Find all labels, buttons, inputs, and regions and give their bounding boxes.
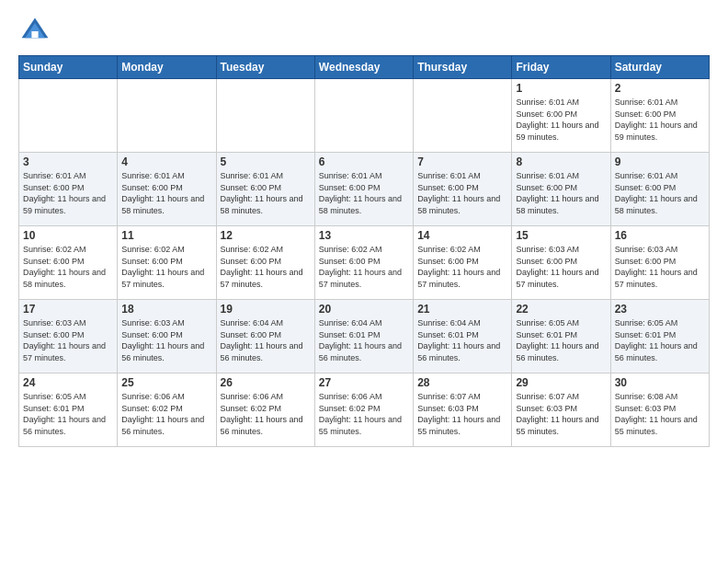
- day-number: 11: [121, 229, 211, 242]
- week-row-4: 17Sunrise: 6:03 AM Sunset: 6:00 PM Dayli…: [19, 300, 710, 373]
- week-row-2: 3Sunrise: 6:01 AM Sunset: 6:00 PM Daylig…: [19, 153, 710, 226]
- day-info: Sunrise: 6:01 AM Sunset: 6:00 PM Dayligh…: [615, 170, 705, 216]
- day-cell: 10Sunrise: 6:02 AM Sunset: 6:00 PM Dayli…: [19, 226, 118, 300]
- day-info: Sunrise: 6:03 AM Sunset: 6:00 PM Dayligh…: [615, 244, 705, 290]
- day-number: 19: [221, 303, 311, 316]
- day-info: Sunrise: 6:04 AM Sunset: 6:01 PM Dayligh…: [319, 317, 409, 363]
- day-cell: 22Sunrise: 6:05 AM Sunset: 6:01 PM Dayli…: [512, 300, 610, 373]
- day-number: 22: [516, 303, 606, 316]
- day-header-wednesday: Wednesday: [314, 56, 413, 79]
- day-cell: 2Sunrise: 6:01 AM Sunset: 6:00 PM Daylig…: [610, 79, 709, 153]
- day-number: 9: [615, 155, 705, 168]
- day-info: Sunrise: 6:02 AM Sunset: 6:00 PM Dayligh…: [23, 244, 113, 290]
- day-info: Sunrise: 6:03 AM Sunset: 6:00 PM Dayligh…: [121, 317, 211, 363]
- day-info: Sunrise: 6:08 AM Sunset: 6:03 PM Dayligh…: [615, 391, 705, 437]
- day-number: 27: [319, 376, 409, 389]
- day-cell: 29Sunrise: 6:07 AM Sunset: 6:03 PM Dayli…: [512, 373, 610, 447]
- day-cell: 3Sunrise: 6:01 AM Sunset: 6:00 PM Daylig…: [19, 153, 118, 226]
- day-info: Sunrise: 6:04 AM Sunset: 6:00 PM Dayligh…: [221, 317, 311, 363]
- day-cell: 9Sunrise: 6:01 AM Sunset: 6:00 PM Daylig…: [610, 153, 709, 226]
- day-number: 3: [23, 155, 113, 168]
- day-number: 21: [417, 303, 507, 316]
- week-row-1: 1Sunrise: 6:01 AM Sunset: 6:00 PM Daylig…: [19, 79, 710, 153]
- svg-rect-2: [31, 31, 38, 38]
- logo: [18, 15, 55, 48]
- day-cell: 26Sunrise: 6:06 AM Sunset: 6:02 PM Dayli…: [216, 373, 314, 447]
- day-cell: 28Sunrise: 6:07 AM Sunset: 6:03 PM Dayli…: [414, 373, 512, 447]
- day-header-thursday: Thursday: [414, 56, 512, 79]
- day-info: Sunrise: 6:01 AM Sunset: 6:00 PM Dayligh…: [516, 170, 606, 216]
- day-cell: 13Sunrise: 6:02 AM Sunset: 6:00 PM Dayli…: [314, 226, 413, 300]
- week-row-3: 10Sunrise: 6:02 AM Sunset: 6:00 PM Dayli…: [19, 226, 710, 300]
- day-number: 16: [615, 229, 705, 242]
- day-number: 6: [319, 155, 409, 168]
- day-number: 28: [417, 376, 507, 389]
- day-cell: [314, 79, 413, 153]
- day-info: Sunrise: 6:01 AM Sunset: 6:00 PM Dayligh…: [221, 170, 311, 216]
- day-cell: 17Sunrise: 6:03 AM Sunset: 6:00 PM Dayli…: [19, 300, 118, 373]
- logo-icon: [18, 15, 51, 48]
- day-info: Sunrise: 6:03 AM Sunset: 6:00 PM Dayligh…: [23, 317, 113, 363]
- page: SundayMondayTuesdayWednesdayThursdayFrid…: [0, 0, 728, 456]
- day-cell: 23Sunrise: 6:05 AM Sunset: 6:01 PM Dayli…: [610, 300, 709, 373]
- day-info: Sunrise: 6:06 AM Sunset: 6:02 PM Dayligh…: [221, 391, 311, 437]
- day-cell: 5Sunrise: 6:01 AM Sunset: 6:00 PM Daylig…: [216, 153, 314, 226]
- day-cell: 24Sunrise: 6:05 AM Sunset: 6:01 PM Dayli…: [19, 373, 118, 447]
- day-number: 20: [319, 303, 409, 316]
- day-info: Sunrise: 6:04 AM Sunset: 6:01 PM Dayligh…: [417, 317, 507, 363]
- day-cell: 12Sunrise: 6:02 AM Sunset: 6:00 PM Dayli…: [216, 226, 314, 300]
- day-number: 4: [121, 155, 211, 168]
- day-number: 17: [23, 303, 113, 316]
- day-info: Sunrise: 6:07 AM Sunset: 6:03 PM Dayligh…: [417, 391, 507, 437]
- day-cell: 1Sunrise: 6:01 AM Sunset: 6:00 PM Daylig…: [512, 79, 610, 153]
- header-row: SundayMondayTuesdayWednesdayThursdayFrid…: [19, 56, 710, 79]
- day-cell: 25Sunrise: 6:06 AM Sunset: 6:02 PM Dayli…: [118, 373, 216, 447]
- week-row-5: 24Sunrise: 6:05 AM Sunset: 6:01 PM Dayli…: [19, 373, 710, 447]
- day-number: 29: [516, 376, 606, 389]
- day-info: Sunrise: 6:01 AM Sunset: 6:00 PM Dayligh…: [516, 97, 606, 143]
- calendar-table: SundayMondayTuesdayWednesdayThursdayFrid…: [18, 55, 710, 447]
- day-info: Sunrise: 6:06 AM Sunset: 6:02 PM Dayligh…: [319, 391, 409, 437]
- day-cell: 8Sunrise: 6:01 AM Sunset: 6:00 PM Daylig…: [512, 153, 610, 226]
- day-info: Sunrise: 6:01 AM Sunset: 6:00 PM Dayligh…: [23, 170, 113, 216]
- day-info: Sunrise: 6:02 AM Sunset: 6:00 PM Dayligh…: [121, 244, 211, 290]
- day-number: 5: [221, 155, 311, 168]
- day-cell: [19, 79, 118, 153]
- day-number: 14: [417, 229, 507, 242]
- day-header-friday: Friday: [512, 56, 610, 79]
- day-cell: 4Sunrise: 6:01 AM Sunset: 6:00 PM Daylig…: [118, 153, 216, 226]
- day-number: 15: [516, 229, 606, 242]
- day-cell: 21Sunrise: 6:04 AM Sunset: 6:01 PM Dayli…: [414, 300, 512, 373]
- day-cell: 7Sunrise: 6:01 AM Sunset: 6:00 PM Daylig…: [414, 153, 512, 226]
- day-info: Sunrise: 6:01 AM Sunset: 6:00 PM Dayligh…: [121, 170, 211, 216]
- day-info: Sunrise: 6:02 AM Sunset: 6:00 PM Dayligh…: [221, 244, 311, 290]
- day-cell: 14Sunrise: 6:02 AM Sunset: 6:00 PM Dayli…: [414, 226, 512, 300]
- day-info: Sunrise: 6:06 AM Sunset: 6:02 PM Dayligh…: [121, 391, 211, 437]
- day-number: 2: [615, 82, 705, 95]
- day-number: 23: [615, 303, 705, 316]
- day-info: Sunrise: 6:03 AM Sunset: 6:00 PM Dayligh…: [516, 244, 606, 290]
- day-number: 18: [121, 303, 211, 316]
- day-cell: 20Sunrise: 6:04 AM Sunset: 6:01 PM Dayli…: [314, 300, 413, 373]
- day-number: 30: [615, 376, 705, 389]
- day-info: Sunrise: 6:05 AM Sunset: 6:01 PM Dayligh…: [615, 317, 705, 363]
- day-cell: 27Sunrise: 6:06 AM Sunset: 6:02 PM Dayli…: [314, 373, 413, 447]
- day-header-monday: Monday: [118, 56, 216, 79]
- day-number: 26: [221, 376, 311, 389]
- day-cell: 11Sunrise: 6:02 AM Sunset: 6:00 PM Dayli…: [118, 226, 216, 300]
- day-info: Sunrise: 6:01 AM Sunset: 6:00 PM Dayligh…: [417, 170, 507, 216]
- day-header-saturday: Saturday: [610, 56, 709, 79]
- day-header-sunday: Sunday: [19, 56, 118, 79]
- day-number: 7: [417, 155, 507, 168]
- day-number: 12: [221, 229, 311, 242]
- day-number: 8: [516, 155, 606, 168]
- day-cell: 16Sunrise: 6:03 AM Sunset: 6:00 PM Dayli…: [610, 226, 709, 300]
- day-number: 1: [516, 82, 606, 95]
- day-cell: 19Sunrise: 6:04 AM Sunset: 6:00 PM Dayli…: [216, 300, 314, 373]
- day-cell: [414, 79, 512, 153]
- day-number: 24: [23, 376, 113, 389]
- day-cell: 30Sunrise: 6:08 AM Sunset: 6:03 PM Dayli…: [610, 373, 709, 447]
- day-cell: [118, 79, 216, 153]
- day-info: Sunrise: 6:02 AM Sunset: 6:00 PM Dayligh…: [319, 244, 409, 290]
- day-info: Sunrise: 6:07 AM Sunset: 6:03 PM Dayligh…: [516, 391, 606, 437]
